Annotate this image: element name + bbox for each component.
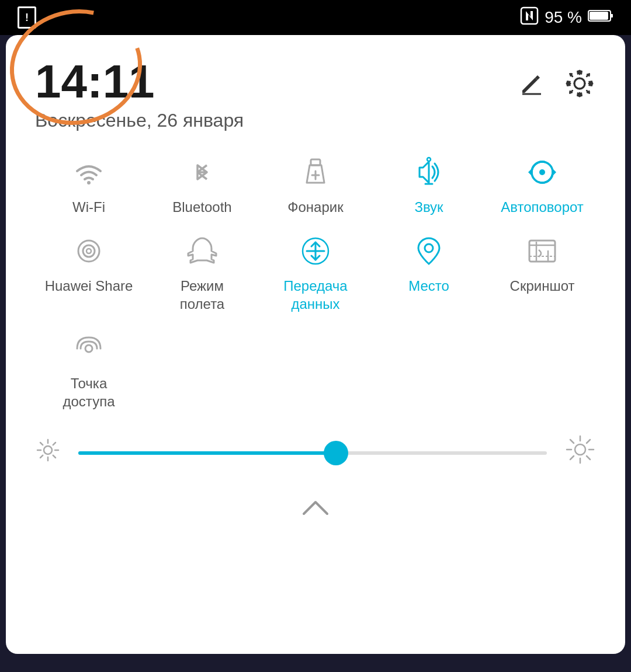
qs-location[interactable]: Место — [375, 234, 483, 313]
qs-airplane[interactable]: Режим полета — [148, 234, 256, 313]
status-left — [18, 6, 36, 29]
edit-button[interactable] — [518, 69, 546, 102]
svg-marker-16 — [553, 169, 556, 176]
svg-rect-26 — [529, 241, 555, 262]
brightness-slider[interactable] — [78, 451, 547, 455]
qs-airplane-label: Режим полета — [180, 277, 224, 313]
svg-line-46 — [570, 440, 574, 443]
qs-huawei-share[interactable]: Huawei Share — [35, 234, 143, 313]
qs-flashlight[interactable]: Фонарик — [262, 155, 369, 216]
time-section: 14:11 Воскресенье, 26 января — [35, 58, 244, 131]
collapse-button[interactable] — [301, 496, 330, 522]
qs-flashlight-label: Фонарик — [287, 198, 343, 216]
brightness-min-icon — [35, 437, 61, 469]
qs-data-transfer-label: Передача данных — [283, 277, 347, 313]
qs-autorotate[interactable]: Автоповорот — [488, 155, 596, 216]
qs-data-transfer[interactable]: Передача данных — [262, 234, 369, 313]
settings-button[interactable] — [563, 67, 596, 105]
svg-point-21 — [86, 249, 91, 253]
qs-wifi-label: Wi-Fi — [72, 198, 105, 216]
panel-header: 14:11 Воскресенье, 26 января — [35, 58, 596, 131]
svg-marker-17 — [528, 169, 532, 176]
battery-icon — [588, 8, 613, 27]
svg-rect-3 — [611, 14, 613, 18]
nfc-icon — [520, 6, 539, 29]
svg-line-38 — [53, 455, 56, 458]
qs-location-label: Место — [408, 277, 449, 295]
svg-point-20 — [83, 245, 95, 257]
qs-hotspot[interactable]: Точка доступа — [35, 331, 143, 410]
brightness-fill — [78, 451, 336, 455]
qs-autorotate-label: Автоповорот — [501, 198, 584, 216]
brightness-row — [35, 422, 596, 484]
brightness-max-icon — [564, 434, 596, 472]
svg-line-47 — [587, 456, 590, 459]
status-bar: 95 % — [0, 0, 631, 35]
qs-screenshot-label: Скриншот — [510, 277, 575, 295]
qs-sound[interactable]: Звук — [375, 155, 483, 216]
svg-point-41 — [575, 444, 585, 455]
svg-point-31 — [85, 345, 92, 352]
quick-settings-row2: Huawei Share Режим полета Передача данны… — [35, 234, 596, 313]
qs-hotspot-label: Точка доступа — [63, 374, 115, 410]
svg-line-37 — [40, 443, 43, 445]
qs-wifi[interactable]: Wi-Fi — [35, 155, 143, 216]
notification-panel: 14:11 Воскресенье, 26 января — [6, 35, 625, 654]
chevron-row — [35, 484, 596, 528]
svg-rect-2 — [590, 12, 608, 20]
header-icons — [518, 58, 596, 105]
notification-icon — [18, 6, 36, 29]
svg-line-48 — [587, 440, 590, 443]
qs-sound-label: Звук — [414, 198, 443, 216]
date-display: Воскресенье, 26 января — [35, 110, 244, 131]
brightness-thumb[interactable] — [324, 441, 348, 465]
qs-huawei-share-label: Huawei Share — [45, 277, 133, 295]
svg-point-32 — [44, 446, 52, 454]
svg-point-25 — [425, 244, 433, 252]
svg-point-18 — [539, 169, 545, 175]
svg-point-8 — [87, 181, 91, 184]
svg-point-19 — [78, 241, 99, 262]
svg-point-7 — [574, 78, 585, 89]
quick-settings-row3: Точка доступа — [35, 331, 596, 410]
svg-point-12 — [427, 158, 431, 161]
svg-line-49 — [570, 456, 574, 459]
svg-line-39 — [53, 443, 56, 445]
svg-line-40 — [40, 455, 43, 458]
quick-settings-row1: Wi-Fi Bluetooth Фонарик — [35, 155, 596, 216]
battery-percent: 95 % — [545, 8, 582, 27]
qs-screenshot[interactable]: Скриншот — [488, 234, 596, 313]
qs-bluetooth-label: Bluetooth — [172, 198, 231, 216]
status-right: 95 % — [520, 6, 613, 29]
qs-bluetooth[interactable]: Bluetooth — [148, 155, 256, 216]
clock-time: 14:11 — [35, 58, 244, 105]
